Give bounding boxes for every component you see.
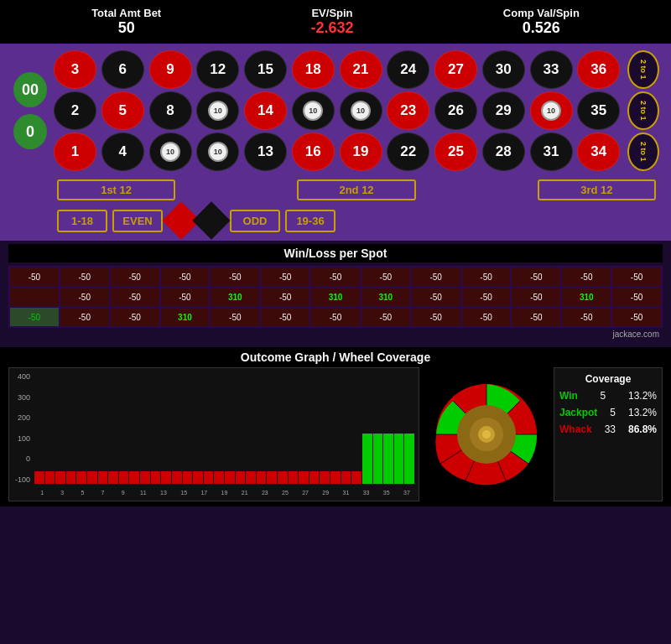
black-diamond[interactable] xyxy=(192,201,230,239)
number-cell-r1-c7[interactable]: 23 xyxy=(387,91,429,130)
bar-26 xyxy=(309,471,320,484)
x-axis: 135791113151719212325272931333537 xyxy=(34,484,414,501)
y-label-100: 100 xyxy=(18,434,30,443)
number-cell-r2-c6[interactable]: 19 xyxy=(340,132,382,171)
dozen-1[interactable]: 1st 12 xyxy=(57,179,175,200)
bet-odd[interactable]: ODD xyxy=(230,210,280,232)
side-bet-top[interactable]: 2 to 1 xyxy=(627,50,659,89)
bar-5 xyxy=(87,471,97,484)
bar-9 xyxy=(129,471,139,484)
roulette-table: 00 0 36912151821242730333625810141010232… xyxy=(0,44,671,241)
bar-29 xyxy=(341,471,351,484)
x-label-17: 35 xyxy=(379,490,394,496)
wl-cell-r1-c3: -50 xyxy=(161,288,210,306)
number-cell-r0-c7[interactable]: 24 xyxy=(387,50,429,89)
dozen-2[interactable]: 2nd 12 xyxy=(297,179,415,200)
bar-22 xyxy=(267,471,277,484)
number-cell-r1-c3[interactable]: 10 xyxy=(196,91,239,130)
wl-cell-r2-c10: -50 xyxy=(512,308,560,326)
number-cell-r0-c0[interactable]: 3 xyxy=(54,50,96,89)
wl-cell-r0-c1: -50 xyxy=(60,267,109,286)
number-cell-r2-c8[interactable]: 25 xyxy=(434,132,477,171)
wl-cell-r0-c12: -50 xyxy=(612,267,661,286)
bar-1 xyxy=(45,471,55,484)
bar-15 xyxy=(193,471,203,484)
number-cell-r1-c9[interactable]: 29 xyxy=(482,91,525,130)
bar-14 xyxy=(183,471,193,484)
wl-cell-r0-c0: -50 xyxy=(10,267,59,286)
bet-even[interactable]: EVEN xyxy=(112,210,163,232)
number-cell-r0-c8[interactable]: 27 xyxy=(434,50,477,89)
wl-cell-r2-c0: -50 xyxy=(10,308,59,326)
wl-cell-r0-c4: -50 xyxy=(211,267,259,286)
bet-1-18[interactable]: 1-18 xyxy=(57,210,107,232)
number-cell-r2-c1[interactable]: 4 xyxy=(101,132,144,171)
number-cell-r1-c2[interactable]: 8 xyxy=(149,91,192,130)
wl-cell-r0-c7: -50 xyxy=(362,267,410,286)
number-cell-r2-c3[interactable]: 10 xyxy=(196,132,239,171)
y-label-400: 400 xyxy=(18,372,30,381)
number-cell-r1-c5[interactable]: 10 xyxy=(292,91,335,130)
y-axis: 400 300 200 100 0 -100 xyxy=(9,372,33,484)
wl-cell-r0-c6: -50 xyxy=(311,267,360,286)
coverage-win-count: 5 xyxy=(601,390,606,402)
number-cell-r0-c1[interactable]: 6 xyxy=(101,50,144,89)
wl-cell-r2-c3: 310 xyxy=(161,308,210,326)
dozen-3[interactable]: 3rd 12 xyxy=(538,179,656,200)
bar-20 xyxy=(246,471,256,484)
bar-18 xyxy=(225,471,235,484)
x-label-0: 1 xyxy=(34,490,49,496)
number-cell-r0-c11[interactable]: 36 xyxy=(577,50,620,89)
number-cell-r1-c1[interactable]: 5 xyxy=(101,91,144,130)
side-bet-bottom[interactable]: 2 to 1 xyxy=(627,132,659,171)
number-cell-r1-c10[interactable]: 10 xyxy=(530,91,573,130)
zero[interactable]: 0 xyxy=(12,112,49,151)
number-cell-r2-c11[interactable]: 34 xyxy=(577,132,620,171)
ev-spin-value: -2.632 xyxy=(310,19,353,37)
y-label-200: 200 xyxy=(18,413,30,422)
number-cell-r1-c11[interactable]: 35 xyxy=(577,91,620,130)
wl-cell-r1-c9: -50 xyxy=(462,288,511,306)
number-cell-r0-c4[interactable]: 15 xyxy=(244,50,287,89)
bar-30 xyxy=(351,471,362,484)
number-cell-r2-c9[interactable]: 28 xyxy=(482,132,525,171)
number-cell-r2-c5[interactable]: 16 xyxy=(292,132,335,171)
wl-cell-r1-c0 xyxy=(10,288,59,306)
wl-cell-r1-c4: 310 xyxy=(211,288,259,306)
side-bet-middle[interactable]: 2 to 1 xyxy=(627,91,659,130)
wl-cell-r2-c5: -50 xyxy=(261,308,309,326)
number-cell-r2-c4[interactable]: 13 xyxy=(244,132,287,171)
number-cell-r2-c0[interactable]: 1 xyxy=(54,132,96,171)
number-cell-r0-c6[interactable]: 21 xyxy=(340,50,382,89)
number-cell-r0-c9[interactable]: 30 xyxy=(482,50,525,89)
winloss-title: Win/Loss per Spot xyxy=(8,244,663,262)
wl-cell-r1-c10: -50 xyxy=(512,288,560,306)
bar-17 xyxy=(214,471,224,484)
x-label-3: 7 xyxy=(95,490,110,496)
number-cell-r2-c7[interactable]: 22 xyxy=(387,132,429,171)
coverage-win-pct: 13.2% xyxy=(628,390,657,402)
number-cell-r0-c5[interactable]: 18 xyxy=(292,50,335,89)
x-label-9: 19 xyxy=(216,490,231,496)
x-label-2: 5 xyxy=(75,490,90,496)
wl-cell-r2-c8: -50 xyxy=(412,308,460,326)
bar-16 xyxy=(204,471,214,484)
double-zero[interactable]: 00 xyxy=(12,70,49,109)
jackace-label: jackace.com xyxy=(8,328,663,339)
bar-13 xyxy=(172,471,182,484)
number-cell-r0-c10[interactable]: 33 xyxy=(530,50,573,89)
number-cell-r1-c6[interactable]: 10 xyxy=(340,91,382,130)
number-cell-r1-c8[interactable]: 26 xyxy=(434,91,477,130)
number-cell-r2-c2[interactable]: 10 xyxy=(149,132,192,171)
coverage-win-row: Win 5 13.2% xyxy=(559,390,657,402)
bet-19-36[interactable]: 19-36 xyxy=(285,210,336,232)
number-cell-r0-c2[interactable]: 9 xyxy=(149,50,192,89)
side-bets-column: 2 to 1 2 to 1 2 to 1 xyxy=(627,50,659,171)
number-cell-r2-c10[interactable]: 31 xyxy=(530,132,573,171)
x-label-18: 37 xyxy=(399,490,414,496)
number-cell-r1-c4[interactable]: 14 xyxy=(244,91,287,130)
number-cell-r0-c3[interactable]: 12 xyxy=(196,50,239,89)
graph-title: Outcome Graph / Wheel Coverage xyxy=(8,351,663,364)
number-cell-r1-c0[interactable]: 2 xyxy=(54,91,96,130)
bar-12 xyxy=(161,471,171,484)
